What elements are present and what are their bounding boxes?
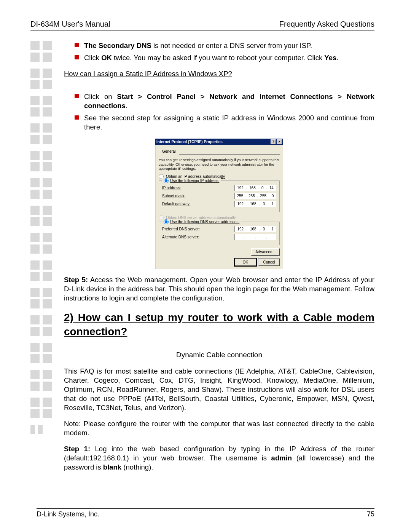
text: (nothing). bbox=[121, 463, 153, 471]
ip-settings-group: Use the following IP address: IP address… bbox=[159, 181, 280, 212]
dialog-body: General You can get IP settings assigned… bbox=[155, 145, 283, 269]
step-label: Step 5: bbox=[64, 276, 88, 284]
bullet-icon bbox=[75, 94, 79, 98]
text: Click on bbox=[84, 93, 117, 101]
dynamic-cable-subheading: Dynamic Cable connection bbox=[64, 350, 374, 360]
bold-text: blank bbox=[103, 463, 121, 471]
page-header: DI-634M User's Manual Frequently Asked Q… bbox=[30, 20, 374, 30]
step-5: Step 5: Access the Web management. Open … bbox=[64, 275, 374, 303]
radio-input[interactable] bbox=[164, 178, 169, 183]
alternate-dns-row: Alternate DNS server: . . . bbox=[162, 234, 276, 240]
default-gateway-row: Default gateway: 192. 168. 0. 1 bbox=[162, 201, 276, 207]
radio-label: Use the following DNS server addresses: bbox=[170, 220, 239, 224]
tab-strip: General bbox=[159, 147, 280, 155]
tcpip-dialog-wrap: Internet Protocol (TCP/IP) Properties ? … bbox=[64, 139, 374, 269]
text: . bbox=[126, 102, 127, 110]
main-content: The Secondary DNS is not needed or enter… bbox=[64, 41, 374, 477]
footer-company: D-Link Systems, Inc. bbox=[37, 510, 99, 518]
default-gateway-label: Default gateway: bbox=[162, 201, 234, 206]
ok-button[interactable]: OK bbox=[235, 259, 256, 266]
advanced-row: Advanced... bbox=[159, 248, 280, 256]
bullet-see-second-step: See the second step for assigning a stat… bbox=[75, 113, 374, 132]
preferred-dns-label: Preferred DNS server: bbox=[162, 227, 234, 232]
page-footer: D-Link Systems, Inc. 75 bbox=[37, 508, 374, 518]
text: . bbox=[336, 54, 338, 62]
bold-text: OK bbox=[101, 54, 112, 62]
step-text: Access the Web management. Open your Web… bbox=[64, 276, 374, 302]
radio-use-following-ip[interactable]: Use the following IP address: bbox=[162, 178, 221, 184]
bold-text: Yes bbox=[324, 54, 336, 62]
text: twice. You may be asked if you want to r… bbox=[112, 54, 324, 62]
dialog-button-row: OK Cancel bbox=[159, 259, 280, 266]
dialog-description: You can get IP settings assigned automat… bbox=[159, 158, 280, 171]
cancel-button[interactable]: Cancel bbox=[258, 259, 280, 266]
bullet-text-content: is not needed or enter a DNS server from… bbox=[151, 42, 312, 50]
radio-input[interactable] bbox=[164, 219, 169, 224]
bullet-start-path: Click on Start > Control Panel > Network… bbox=[75, 92, 374, 110]
dialog-title: Internet Protocol (TCP/IP) Properties bbox=[156, 139, 270, 144]
alternate-dns-label: Alternate DNS server: bbox=[162, 235, 234, 240]
manual-page: DI-634M User's Manual Frequently Asked Q… bbox=[0, 0, 411, 532]
dns-settings-group: Use the following DNS server addresses: … bbox=[159, 222, 280, 245]
question-2-title: 2) How can I setup my router to work wit… bbox=[64, 310, 374, 339]
note-paragraph: Note: Please configure the router with t… bbox=[64, 419, 374, 438]
help-button[interactable]: ? bbox=[271, 139, 276, 144]
bullet-secondary-dns: The Secondary DNS is not needed or enter… bbox=[75, 41, 374, 50]
faq-providers-paragraph: This FAQ is for most satellite and cable… bbox=[64, 367, 374, 412]
footer-page-number: 75 bbox=[367, 510, 374, 518]
bullet-click-ok: Click OK twice. You may be asked if you … bbox=[75, 53, 374, 62]
sub-question-xp: How can I assign a Static IP Address in … bbox=[64, 69, 374, 78]
dialog-titlebar: Internet Protocol (TCP/IP) Properties ? … bbox=[155, 139, 283, 145]
top-bullet-list: The Secondary DNS is not needed or enter… bbox=[75, 41, 374, 62]
bullet-icon bbox=[75, 55, 79, 59]
subnet-mask-label: Subnet mask: bbox=[162, 193, 234, 198]
bold-text: The Secondary DNS bbox=[84, 42, 151, 50]
default-gateway-input[interactable]: 192. 168. 0. 1 bbox=[234, 201, 276, 207]
ip-address-label: IP address: bbox=[162, 185, 234, 190]
bold-text: Start > Control Panel > Network and Inte… bbox=[84, 93, 374, 110]
subnet-mask-row: Subnet mask: 255. 255. 255. 0 bbox=[162, 193, 276, 199]
bullet-icon bbox=[75, 43, 79, 47]
header-right: Frequently Asked Questions bbox=[279, 20, 374, 29]
radio-use-following-dns[interactable]: Use the following DNS server addresses: bbox=[162, 219, 241, 225]
bold-text: admin bbox=[271, 454, 292, 462]
preferred-dns-input[interactable]: 192. 168. 0. 1 bbox=[234, 226, 276, 232]
second-bullet-list: Click on Start > Control Panel > Network… bbox=[75, 92, 374, 132]
tcpip-properties-dialog: Internet Protocol (TCP/IP) Properties ? … bbox=[155, 139, 283, 269]
close-button[interactable]: × bbox=[277, 139, 282, 144]
ip-address-row: IP address: 192. 168. 0. 14 bbox=[162, 185, 276, 191]
radio-label: Use the following IP address: bbox=[170, 179, 219, 183]
tab-general[interactable]: General bbox=[159, 148, 179, 155]
text: Click bbox=[84, 54, 101, 62]
bullet-icon bbox=[75, 115, 79, 120]
content-area: The Secondary DNS is not needed or enter… bbox=[30, 41, 374, 477]
step-1: Step 1: Log into the web based configura… bbox=[64, 444, 374, 472]
decorative-sidebar bbox=[30, 41, 53, 477]
step-label: Step 1: bbox=[64, 445, 90, 453]
ip-address-input[interactable]: 192. 168. 0. 14 bbox=[234, 185, 276, 191]
subnet-mask-input[interactable]: 255. 255. 255. 0 bbox=[234, 193, 276, 199]
header-left: DI-634M User's Manual bbox=[30, 20, 110, 29]
alternate-dns-input[interactable]: . . . bbox=[234, 234, 276, 240]
advanced-button[interactable]: Advanced... bbox=[251, 248, 280, 256]
preferred-dns-row: Preferred DNS server: 192. 168. 0. 1 bbox=[162, 226, 276, 232]
